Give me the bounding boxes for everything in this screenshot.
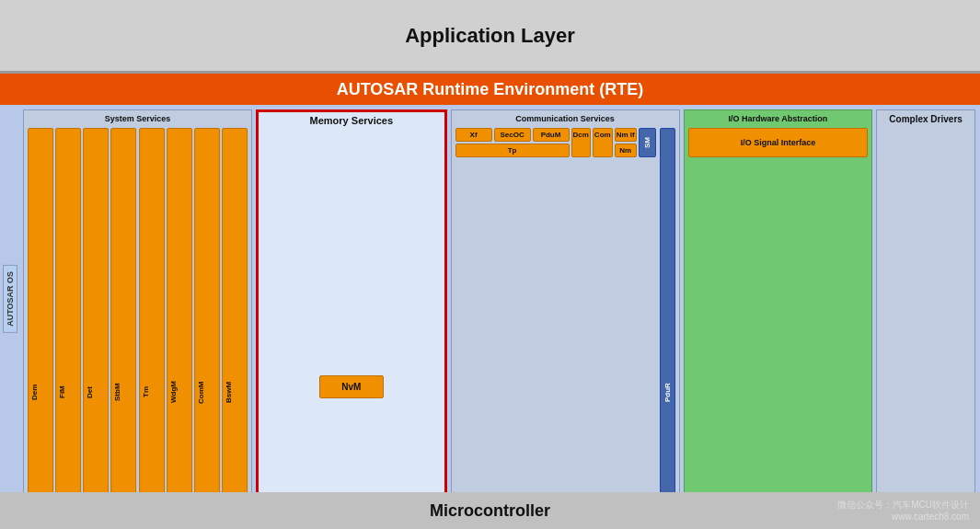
system-services-box: System Services Dem FiM Det StbM Tm WdgM… xyxy=(23,109,252,492)
secoc-block: SecOC xyxy=(494,128,531,142)
pdur-block: PduR xyxy=(660,128,675,492)
app-layer: Application Layer xyxy=(0,0,980,74)
memory-services-box: Memory Services NvM Memory Hardware Abst… xyxy=(256,109,447,492)
sys-item-tm: Tm xyxy=(139,128,165,492)
rte-title: AUTOSAR Runtime Environment (RTE) xyxy=(337,80,644,99)
top-row: System Services Dem FiM Det StbM Tm WdgM… xyxy=(23,109,975,492)
nm-block: Nm xyxy=(615,144,637,157)
system-services-title: System Services xyxy=(28,114,248,123)
microcontroller-bar: Microcontroller 微信公众号：汽车MCU软件设计 www.cart… xyxy=(0,492,980,529)
sys-item-wdgm: WdgM xyxy=(167,128,192,492)
sys-item-fim: FiM xyxy=(55,128,81,492)
main-container: Application Layer AUTOSAR Runtime Enviro… xyxy=(0,0,980,529)
app-layer-title: Application Layer xyxy=(405,24,575,48)
tp-block: Tp xyxy=(455,144,570,157)
microcontroller-title: Microcontroller xyxy=(430,501,550,521)
watermark: 微信公众号：汽车MCU软件设计 www.cartech8.com xyxy=(837,499,969,522)
xf-block: Xf xyxy=(455,128,492,142)
sys-item-bswm: BswM xyxy=(222,128,248,492)
dcm-block: Dcm xyxy=(571,128,591,157)
io-hw-abstraction-box: I/O Hardware Abstraction I/O Signal Inte… xyxy=(684,109,873,492)
com-block: Com xyxy=(593,128,613,157)
comm-services-title: Communication Services xyxy=(455,114,675,123)
sys-item-stbm: StbM xyxy=(110,128,136,492)
autosar-os-label: AUTOSAR OS xyxy=(3,265,17,333)
sys-item-dem: Dem xyxy=(28,128,53,492)
sys-item-comm: ComM xyxy=(194,128,220,492)
complex-drivers-box: Complex Drivers xyxy=(876,109,975,492)
io-hw-title: I/O Hardware Abstraction xyxy=(688,114,869,123)
sys-item-det: Det xyxy=(83,128,109,492)
io-signal-interface-block: I/O Signal Interface xyxy=(688,128,869,157)
complex-drivers-title: Complex Drivers xyxy=(881,114,971,124)
nvm-block: NvM xyxy=(319,375,384,398)
rte-banner: AUTOSAR Runtime Environment (RTE) xyxy=(0,74,980,105)
memory-services-title: Memory Services xyxy=(261,115,442,126)
comm-services-box: Communication Services Xf SecOC PduM Tp xyxy=(451,109,680,492)
sm-block: SM xyxy=(639,128,656,157)
pdum-block: PduM xyxy=(533,128,570,142)
nm-if-block: Nm If xyxy=(615,128,637,142)
